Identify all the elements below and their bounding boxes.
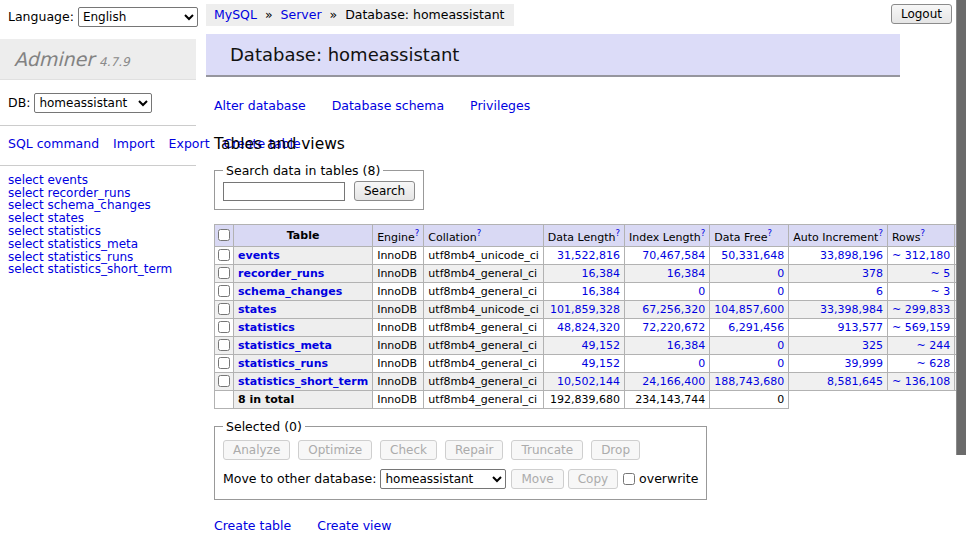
language-select[interactable]: English	[78, 7, 198, 27]
data-length-link[interactable]: 16,384	[582, 267, 621, 280]
data-free-link[interactable]: 0	[777, 267, 784, 280]
data-length-link[interactable]: 48,824,320	[557, 321, 620, 334]
scrollbar[interactable]	[956, 0, 966, 543]
data-length-link[interactable]: 49,152	[582, 339, 621, 352]
search-button[interactable]: Search	[354, 181, 415, 201]
select-all-cell	[215, 225, 234, 247]
rows-count-link[interactable]: ~ 312,180	[892, 249, 950, 262]
drop-button[interactable]: Drop	[591, 440, 640, 460]
db-select[interactable]: homeassistant	[34, 93, 152, 113]
sidebar-item-select-statistics[interactable]: select statistics	[8, 225, 196, 238]
auto-increment-link[interactable]: 6	[876, 285, 883, 298]
sidebar-item-select-events[interactable]: select events	[8, 174, 196, 187]
table-link[interactable]: schema_changes	[238, 285, 342, 298]
app-name: Adminer	[14, 48, 94, 70]
scrollbar-thumb[interactable]	[956, 0, 966, 455]
check-button[interactable]: Check	[380, 440, 437, 460]
row-checkbox[interactable]	[218, 357, 230, 369]
row-checkbox[interactable]	[218, 285, 230, 297]
rows-count-link[interactable]: ~ 299,833	[892, 303, 950, 316]
rows-count-link[interactable]: ~ 3	[930, 285, 950, 298]
data-free-link[interactable]: 0	[777, 339, 784, 352]
row-checkbox[interactable]	[218, 339, 230, 351]
breadcrumb-mysql-link[interactable]: MySQL	[214, 7, 257, 22]
data-length-link[interactable]: 10,502,144	[557, 375, 620, 388]
alter-database-link[interactable]: Alter database	[214, 98, 306, 113]
row-checkbox[interactable]	[218, 303, 230, 315]
table-link[interactable]: recorder_runs	[238, 267, 324, 280]
row-checkbox[interactable]	[218, 267, 230, 279]
auto-increment-link[interactable]: 378	[862, 267, 883, 280]
data-free-link[interactable]: 0	[777, 285, 784, 298]
table-link[interactable]: statistics_runs	[238, 357, 328, 370]
search-input[interactable]	[223, 182, 345, 201]
row-checkbox[interactable]	[218, 375, 230, 387]
create-view-link[interactable]: Create view	[317, 518, 391, 533]
data-free-help-link[interactable]: ?	[767, 228, 772, 238]
data-length-link[interactable]: 49,152	[582, 357, 621, 370]
data-length-link[interactable]: 16,384	[582, 285, 621, 298]
rows-count-link[interactable]: ~ 244	[916, 339, 950, 352]
collation-help-link[interactable]: ?	[477, 228, 482, 238]
row-checkbox[interactable]	[218, 321, 230, 333]
index-length-link[interactable]: 0	[698, 357, 705, 370]
table-link[interactable]: statistics	[238, 321, 295, 334]
index-length-help-link[interactable]: ?	[701, 228, 706, 238]
truncate-button[interactable]: Truncate	[511, 440, 583, 460]
auto-increment-link[interactable]: 33,898,196	[820, 249, 883, 262]
index-length-link[interactable]: 70,467,584	[642, 249, 705, 262]
move-button[interactable]: Move	[511, 469, 563, 489]
auto-increment-link[interactable]: 39,999	[844, 357, 883, 370]
collation-cell: utf8mb4_unicode_ci	[424, 300, 543, 318]
database-schema-link[interactable]: Database schema	[332, 98, 444, 113]
privileges-link[interactable]: Privileges	[470, 98, 530, 113]
copy-button[interactable]: Copy	[568, 469, 618, 489]
data-free-link[interactable]: 0	[777, 357, 784, 370]
sidebar-link-import[interactable]: Import	[113, 136, 155, 151]
rows-count-link[interactable]: ~ 136,108	[892, 375, 950, 388]
create-links: Create table Create view	[214, 518, 956, 533]
optimize-button[interactable]: Optimize	[298, 440, 372, 460]
auto-increment-link[interactable]: 33,398,984	[820, 303, 883, 316]
table-link[interactable]: events	[238, 249, 280, 262]
column-rows: Rows?	[887, 225, 954, 247]
repair-button[interactable]: Repair	[445, 440, 503, 460]
move-database-select[interactable]: homeassistant	[380, 469, 506, 489]
table-link[interactable]: statistics_short_term	[238, 375, 368, 388]
row-checkbox[interactable]	[218, 249, 230, 261]
table-link[interactable]: states	[238, 303, 277, 316]
data-length-help-link[interactable]: ?	[616, 228, 621, 238]
data-length-link[interactable]: 31,522,816	[557, 249, 620, 262]
data-length-link[interactable]: 101,859,328	[550, 303, 620, 316]
data-free-link[interactable]: 50,331,648	[721, 249, 784, 262]
sidebar-item-select-statistics-short-term[interactable]: select statistics_short_term	[8, 263, 196, 276]
index-length-link[interactable]: 72,220,672	[642, 321, 705, 334]
logout-button[interactable]: Logout	[891, 4, 952, 24]
overwrite-checkbox[interactable]	[623, 473, 635, 485]
create-table-link[interactable]: Create table	[214, 518, 291, 533]
data-free-link[interactable]: 104,857,600	[714, 303, 784, 316]
sidebar-link-sql-command[interactable]: SQL command	[8, 136, 99, 151]
auto-increment-link[interactable]: 913,577	[837, 321, 883, 334]
rows-count-link[interactable]: ~ 5	[930, 267, 950, 280]
table-link[interactable]: statistics_meta	[238, 339, 332, 352]
rows-count-link[interactable]: ~ 569,159	[892, 321, 950, 334]
auto-increment-link[interactable]: 325	[862, 339, 883, 352]
select-all-checkbox[interactable]	[218, 229, 230, 241]
breadcrumb-separator: »	[265, 7, 273, 22]
analyze-button[interactable]: Analyze	[223, 440, 290, 460]
index-length-link[interactable]: 16,384	[667, 339, 706, 352]
rows-help-link[interactable]: ?	[921, 228, 926, 238]
index-length-link[interactable]: 16,384	[667, 267, 706, 280]
rows-count-link[interactable]: ~ 628	[916, 357, 950, 370]
breadcrumb-server-link[interactable]: Server	[281, 7, 322, 22]
sidebar-item-select-statistics-meta[interactable]: select statistics_meta	[8, 238, 196, 251]
index-length-link[interactable]: 67,256,320	[642, 303, 705, 316]
index-length-link[interactable]: 0	[698, 285, 705, 298]
data-free-link[interactable]: 6,291,456	[728, 321, 784, 334]
engine-help-link[interactable]: ?	[415, 228, 420, 238]
auto-increment-link[interactable]: 8,581,645	[827, 375, 883, 388]
auto-increment-help-link[interactable]: ?	[878, 228, 883, 238]
data-free-link[interactable]: 188,743,680	[714, 375, 784, 388]
index-length-link[interactable]: 24,166,400	[642, 375, 705, 388]
